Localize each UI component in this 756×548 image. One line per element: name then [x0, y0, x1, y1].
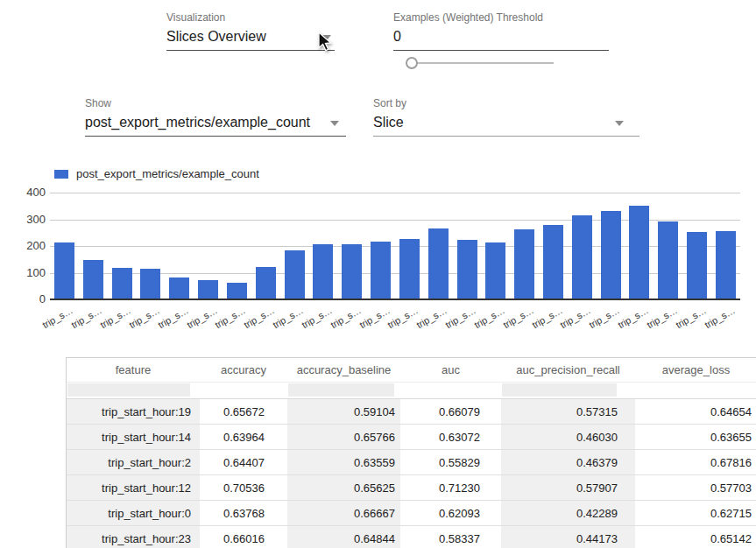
- bar-slot: [625, 193, 654, 299]
- table-row[interactable]: trip_start_hour:120.705360.656250.712300…: [67, 475, 756, 501]
- y-tick-label: 400: [26, 186, 46, 200]
- bar-slot: [424, 193, 453, 299]
- table-row[interactable]: trip_start_hour:140.639640.657660.630720…: [67, 425, 756, 450]
- bar[interactable]: [371, 242, 391, 299]
- table-row[interactable]: trip_start_hour:00.637680.666670.620930.…: [67, 501, 756, 526]
- bar[interactable]: [256, 267, 276, 299]
- show-dropdown[interactable]: Show post_export_metrics/example_count: [85, 97, 346, 137]
- filter-cell: [400, 383, 501, 399]
- feature-cell: trip_start_hour:19: [67, 399, 200, 425]
- bar[interactable]: [227, 283, 247, 299]
- show-label: Show: [85, 97, 346, 109]
- metric-cell: 0.59104: [287, 399, 400, 425]
- sortby-dropdown[interactable]: Sort by Slice: [373, 97, 639, 137]
- sortby-label: Sort by: [373, 97, 639, 109]
- metric-cell: 0.63655: [635, 425, 756, 450]
- threshold-label: Examples (Weighted) Threshold: [393, 11, 609, 24]
- bar[interactable]: [629, 206, 649, 299]
- bar[interactable]: [399, 239, 420, 299]
- bar-slot: [711, 193, 740, 299]
- threshold-slider[interactable]: [406, 57, 555, 69]
- table-row[interactable]: trip_start_hour:20.644070.635590.558290.…: [67, 450, 756, 475]
- bar-slot: [539, 193, 568, 299]
- bar[interactable]: [198, 280, 218, 299]
- threshold-field[interactable]: Examples (Weighted) Threshold 0: [393, 11, 609, 51]
- bar[interactable]: [457, 240, 477, 299]
- chevron-down-icon[interactable]: [615, 121, 624, 126]
- bar-slot: [136, 193, 165, 299]
- sortby-value: Slice: [373, 114, 639, 136]
- column-header[interactable]: average_loss: [635, 358, 756, 383]
- column-header[interactable]: accuracy: [200, 358, 287, 383]
- bar-slot: [251, 193, 280, 299]
- bar-slot: [337, 193, 366, 299]
- y-tick-label: 0: [39, 292, 46, 306]
- bar[interactable]: [342, 244, 362, 299]
- bar-slot: [481, 193, 510, 299]
- bar-slot: [108, 193, 137, 299]
- bar[interactable]: [428, 228, 449, 299]
- filter-box: [67, 383, 190, 397]
- metric-cell: 0.57703: [635, 475, 756, 501]
- filter-row: [67, 383, 756, 399]
- metric-cell: 0.66079: [400, 399, 501, 425]
- filter-cell: [287, 383, 400, 399]
- metric-cell: 0.46379: [501, 450, 635, 475]
- bar-slot: [280, 193, 309, 299]
- bar[interactable]: [285, 250, 305, 299]
- metric-cell: 0.57315: [501, 399, 635, 425]
- chart-legend: post_export_metrics/example_count: [54, 167, 259, 180]
- column-header[interactable]: feature: [67, 358, 200, 383]
- feature-cell: trip_start_hour:14: [67, 425, 200, 450]
- table-row[interactable]: trip_start_hour:230.660160.648440.583370…: [67, 526, 756, 548]
- metrics-table: featureaccuracyaccuracy_baselineaucauc_p…: [66, 357, 756, 548]
- metric-cell: 0.63768: [200, 501, 287, 526]
- x-labels: trip_s…trip_s…trip_s…trip_s…trip_s…trip_…: [50, 303, 740, 345]
- bar[interactable]: [112, 268, 132, 299]
- feature-cell: trip_start_hour:0: [67, 501, 200, 526]
- bar-slot: [597, 193, 625, 299]
- metric-cell: 0.57907: [501, 475, 635, 501]
- bar-slot: [223, 193, 251, 299]
- metric-cell: 0.63559: [287, 450, 400, 475]
- bar[interactable]: [83, 260, 103, 299]
- slider-track[interactable]: [412, 62, 554, 64]
- bar[interactable]: [54, 242, 74, 299]
- metric-cell: 0.64844: [287, 526, 400, 548]
- table-row[interactable]: trip_start_hour:190.656720.591040.660790…: [67, 399, 756, 425]
- metric-cell: 0.58337: [400, 526, 501, 548]
- column-header[interactable]: accuracy_baseline: [287, 358, 400, 383]
- bar-slot: [165, 193, 194, 299]
- slider-handle[interactable]: [406, 57, 418, 69]
- bar[interactable]: [543, 225, 563, 299]
- bars: [50, 193, 740, 299]
- legend-label: post_export_metrics/example_count: [76, 167, 259, 180]
- metric-cell: 0.66016: [200, 526, 287, 548]
- bar[interactable]: [514, 229, 534, 299]
- metric-cell: 0.46030: [501, 425, 635, 450]
- bar[interactable]: [687, 232, 707, 299]
- chevron-down-icon[interactable]: [330, 121, 339, 126]
- feature-cell: trip_start_hour:2: [67, 450, 200, 475]
- visualization-dropdown[interactable]: Visualization Slices Overview: [166, 11, 335, 51]
- metric-cell: 0.64654: [635, 399, 756, 425]
- bar-slot: [50, 193, 79, 299]
- bar[interactable]: [572, 215, 592, 299]
- feature-cell: trip_start_hour:23: [67, 526, 200, 548]
- bar[interactable]: [140, 269, 160, 299]
- bar[interactable]: [716, 231, 736, 299]
- feature-cell: trip_start_hour:12: [67, 475, 200, 501]
- column-header[interactable]: auc_precision_recall: [501, 358, 635, 383]
- bar[interactable]: [601, 211, 621, 299]
- metric-cell: 0.71230: [400, 475, 501, 501]
- metric-cell: 0.65625: [287, 475, 400, 501]
- bar[interactable]: [485, 242, 505, 299]
- bar-slot: [654, 193, 682, 299]
- bar[interactable]: [313, 244, 333, 299]
- metric-cell: 0.70536: [200, 475, 287, 501]
- y-tick-label: 300: [26, 213, 46, 227]
- bar[interactable]: [169, 278, 189, 299]
- bar[interactable]: [658, 221, 678, 299]
- threshold-input[interactable]: 0: [393, 28, 609, 50]
- column-header[interactable]: auc: [400, 358, 501, 383]
